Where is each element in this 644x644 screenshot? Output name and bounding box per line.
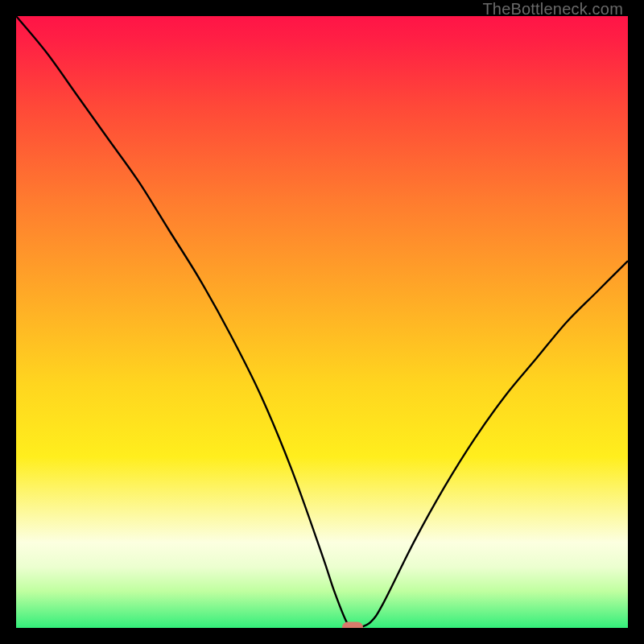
curve-path xyxy=(16,16,628,628)
plot-area xyxy=(16,16,628,628)
bottleneck-curve xyxy=(16,16,628,628)
optimum-marker xyxy=(342,622,363,629)
chart-frame: TheBottleneck.com xyxy=(0,0,644,644)
